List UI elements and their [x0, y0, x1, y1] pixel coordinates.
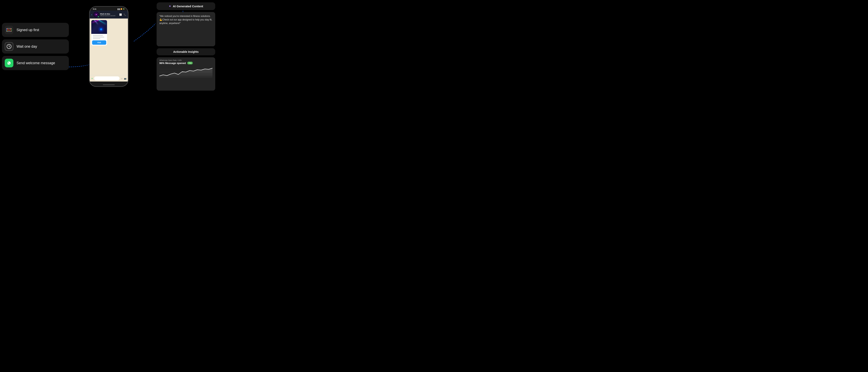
chart-main-row: 96% Message opened +11	[159, 62, 213, 65]
home-indicator	[103, 84, 115, 85]
status-icons: ▐▐▐ 📶 🔋	[117, 8, 125, 10]
actionable-label: Actionable Insights	[173, 50, 198, 53]
battery-icon: 🔋	[123, 8, 125, 10]
workflow-panel: Signed up first Wait one day Send welcom…	[0, 19, 69, 74]
chart-header: WhatsApp Open Rate • 24hr	[159, 59, 213, 61]
workflow-item-wait[interactable]: Wait one day	[2, 39, 69, 54]
sparkle-icon: ✦	[168, 4, 171, 8]
avatar	[93, 12, 99, 17]
contact-sub: Official business account	[100, 15, 118, 16]
ai-generated-label: AI Generated Content	[173, 4, 203, 8]
svg-point-7	[96, 14, 97, 15]
laser-line-1	[92, 20, 106, 24]
workflow-item-signed-up[interactable]: Signed up first	[2, 23, 69, 37]
send-welcome-label: Send welcome message	[17, 61, 55, 65]
chart-svg	[159, 66, 213, 78]
camera-icon[interactable]: 📷	[124, 77, 126, 80]
chart-value: 96% Message opened	[159, 62, 186, 65]
chat-area: Visit	[90, 19, 128, 75]
status-bar: 9:41 ▐▐▐ 📶 🔋	[90, 7, 128, 11]
contact-name: Pitch N Hire	[100, 13, 118, 15]
attach-icon[interactable]: +	[91, 77, 93, 80]
online-dot	[98, 16, 99, 17]
phone-body: 9:41 ▐▐▐ 📶 🔋 ‹ Pit	[89, 6, 128, 87]
video-icon[interactable]: ⬜	[119, 13, 122, 16]
whatsapp-icon	[5, 59, 13, 67]
status-time: 9:41	[93, 8, 96, 10]
workflow-item-send[interactable]: Send welcome message	[2, 56, 69, 70]
text-line-2	[93, 37, 104, 38]
input-right-icons: ☺ 📷	[121, 77, 126, 80]
signed-up-label: Signed up first	[17, 28, 39, 32]
ai-message-text: "We noticed you're interested in fitness…	[159, 15, 213, 25]
input-bar: + ☺ 📷	[90, 75, 128, 82]
header-icons: ⬜ 📞	[119, 13, 126, 16]
wa-header: ‹ Pitch N Hire Official business account…	[90, 11, 128, 19]
text-line-1	[93, 35, 103, 36]
back-icon[interactable]: ‹	[91, 13, 92, 16]
clock-icon	[5, 42, 13, 51]
chart-sublabel: WhatsApp Open Rate • 24hr	[159, 59, 182, 61]
chart-badge: +11	[187, 62, 193, 64]
glow-particle	[100, 28, 102, 30]
right-panel: ✦ AI Generated Content "We noticed you'r…	[157, 0, 218, 93]
wait-label: Wait one day	[17, 45, 37, 49]
actionable-insights-box: Actionable Insights	[157, 48, 215, 55]
call-icon[interactable]: 📞	[124, 13, 126, 16]
message-image	[91, 20, 107, 34]
contact-info: Pitch N Hire Official business account	[100, 13, 118, 16]
visit-button[interactable]: Visit	[92, 40, 106, 45]
sticker-icon[interactable]: ☺	[121, 77, 123, 80]
phone-mockup: 9:41 ▐▐▐ 📶 🔋 ‹ Pit	[89, 6, 128, 87]
ai-message-box: "We noticed you're interested in fitness…	[157, 12, 215, 46]
signal-icon: ▐▐▐	[117, 8, 120, 10]
ai-generated-box: ✦ AI Generated Content	[157, 2, 215, 10]
gmail-icon	[5, 26, 13, 34]
message-input[interactable]	[94, 77, 120, 80]
message-bubble: Visit	[91, 20, 107, 46]
wifi-icon: 📶	[121, 8, 122, 10]
insights-chart-box: WhatsApp Open Rate • 24hr 96% Message op…	[157, 57, 215, 91]
svg-line-3	[9, 47, 10, 47]
phone-screen: ‹ Pitch N Hire Official business account…	[90, 11, 128, 82]
text-line-3	[93, 38, 100, 39]
message-text-area	[91, 34, 107, 40]
